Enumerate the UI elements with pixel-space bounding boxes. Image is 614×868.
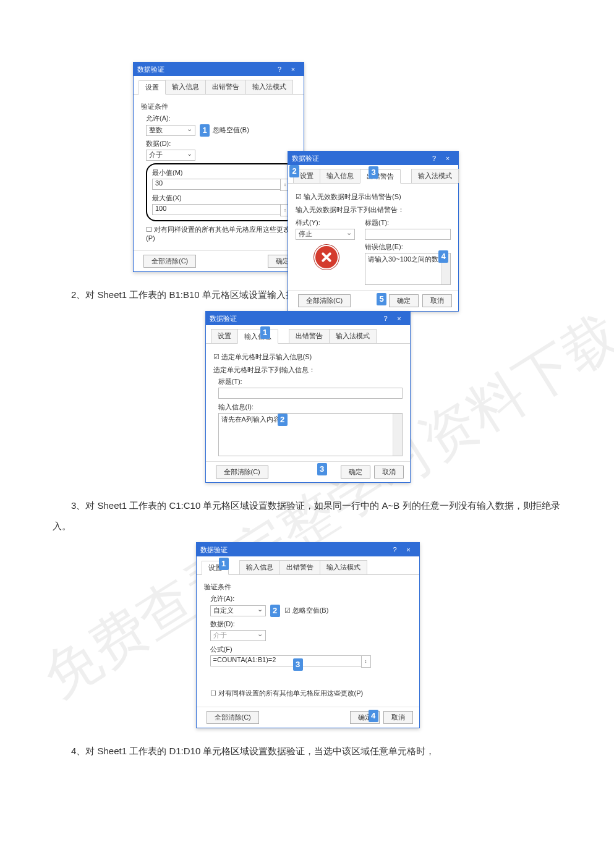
tab-input-msg[interactable]: 输入信息 (320, 169, 360, 183)
ok-button[interactable]: 确定 (341, 466, 370, 479)
allow-label: 允许(A): (210, 594, 412, 603)
dialog-title: 数据验证 (200, 545, 388, 555)
close-icon[interactable]: × (402, 546, 416, 553)
data-validation-dialog-custom: 数据验证 ? × 设置 1 输入信息 出错警告 输入法模式 验证条件 允许(A)… (196, 542, 420, 728)
minmax-group: 最小值(M) 30 ↕ 最大值(X) 100 ↕ (146, 163, 296, 221)
help-icon[interactable]: ? (379, 315, 393, 322)
show-input-checkbox[interactable]: ☑ 选定单元格时显示输入信息(S) (213, 352, 403, 362)
callout-4: 4 (438, 250, 448, 263)
tab-error-alert[interactable]: 出错警告 (289, 329, 330, 343)
error-msg-text: 请输入30~100之间的数据 (368, 255, 445, 263)
stop-icon (314, 245, 339, 270)
ignore-blank-label: 忽略空值(B) (213, 126, 249, 134)
data-select[interactable]: 介于 (146, 150, 195, 161)
cancel-button[interactable]: 取消 (374, 466, 404, 479)
formula-label: 公式(F) (210, 645, 412, 654)
input-msg-label: 输入信息(I): (218, 402, 403, 412)
callout-5: 5 (377, 293, 386, 305)
tab-settings[interactable]: 设置 (211, 329, 238, 343)
callout-3: 3 (317, 463, 327, 475)
tab-error-alert[interactable]: 出错警告 (360, 169, 401, 184)
min-input[interactable]: 30 (152, 179, 281, 190)
callout-1: 1 (260, 326, 270, 339)
callout-3: 3 (293, 658, 303, 671)
close-icon[interactable]: × (286, 66, 300, 73)
data-validation-dialog-settings: 数据验证 ? × 设置 输入信息 出错警告 输入法模式 验证条件 允许(A): … (133, 62, 304, 272)
help-icon[interactable]: ? (273, 66, 286, 73)
allow-label: 允许(A): (146, 114, 296, 123)
formula-input[interactable]: =COUNTA(A1:B1)=2 (210, 655, 362, 666)
show-alert-label: 输入无效数据时显示出错警告(S) (304, 193, 401, 200)
data-select: 介于 (210, 630, 266, 641)
callout-2: 2 (278, 414, 288, 426)
dialog-title: 数据验证 (137, 65, 273, 74)
error-title-input[interactable] (365, 229, 451, 240)
paragraph-4: 4、对 Sheet1 工作表的 D1:D10 单元格区域设置数据验证，当选中该区… (53, 741, 561, 761)
apply-same-checkbox[interactable]: ☐ 对有同样设置的所有其他单元格应用这些更改(P) (146, 225, 296, 242)
callout-2: 2 (270, 605, 280, 617)
cancel-button[interactable]: 取消 (422, 294, 452, 307)
error-msg-label: 错误信息(E): (365, 242, 451, 252)
help-icon[interactable]: ? (388, 546, 402, 553)
allow-select[interactable]: 整数 (146, 125, 195, 136)
tab-error-alert[interactable]: 出错警告 (205, 80, 246, 94)
ref-button[interactable]: ↕ (361, 655, 371, 668)
apply-same-checkbox[interactable]: ☐ 对有同样设置的所有其他单元格应用这些更改(P) (210, 689, 412, 698)
apply-same-label: 对有同样设置的所有其他单元格应用这些更改(P) (218, 689, 364, 697)
tab-ime[interactable]: 输入法模式 (411, 169, 459, 183)
section-label: 验证条件 (141, 102, 296, 111)
show-input-label: 选定单元格时显示输入信息(S) (221, 353, 312, 360)
data-label: 数据(D): (146, 139, 296, 148)
max-input[interactable]: 100 (152, 204, 281, 215)
close-icon[interactable]: × (441, 155, 454, 162)
clear-all-button[interactable]: 全部清除(C) (216, 466, 268, 479)
style-label: 样式(Y): (296, 218, 357, 228)
callout-1: 1 (200, 124, 210, 137)
error-title-label: 标题(T): (365, 218, 451, 228)
max-label: 最大值(X) (152, 194, 290, 203)
tab-input-msg[interactable]: 输入信息 (237, 330, 278, 344)
tab-settings[interactable]: 设置 (139, 80, 166, 95)
input-msg-text: 请先在A列输入内容 (221, 415, 280, 423)
help-icon[interactable]: ? (427, 155, 441, 162)
dialog-title: 数据验证 (210, 314, 379, 323)
allow-select[interactable]: 自定义 (210, 605, 266, 616)
data-validation-dialog-error: 数据验证 ? × 设置 输入信息 出错警告 3 输入法模式 ☑ 输入无效数据时显… (288, 151, 459, 312)
tab-ime[interactable]: 输入法模式 (320, 560, 367, 574)
section-label: 验证条件 (204, 582, 412, 592)
clear-all-button[interactable]: 全部清除(C) (143, 255, 196, 268)
tab-ime[interactable]: 输入法模式 (245, 80, 293, 94)
tab-input-msg[interactable]: 输入信息 (165, 80, 206, 94)
cancel-button[interactable]: 取消 (383, 711, 413, 724)
input-msg-textarea[interactable]: 请先在A列输入内容 (218, 413, 403, 456)
callout-3: 3 (369, 166, 378, 179)
close-icon[interactable]: × (393, 315, 406, 322)
tab-ime[interactable]: 输入法模式 (329, 329, 377, 343)
data-label: 数据(D): (210, 619, 412, 629)
input-title-label: 标题(T): (218, 377, 403, 386)
callout-4: 4 (369, 710, 378, 722)
ok-button[interactable]: 确定 (389, 294, 419, 307)
tab-error-alert[interactable]: 出错警告 (279, 560, 320, 574)
subtitle: 选定单元格时显示下列输入信息： (213, 365, 403, 375)
clear-all-button[interactable]: 全部清除(C) (298, 294, 351, 307)
apply-same-label: 对有同样设置的所有其他单元格应用这些更改(P) (146, 226, 290, 242)
tab-input-msg[interactable]: 输入信息 (239, 560, 280, 574)
input-title-input[interactable] (218, 388, 403, 399)
callout-2: 2 (289, 165, 299, 177)
subtitle: 输入无效数据时显示下列出错警告： (296, 205, 451, 215)
paragraph-3: 3、对 Sheet1 工作表的 C1:C10 单元格区域设置数据验证，如果同一行… (53, 495, 561, 536)
ignore-blank-label: 忽略空值(B) (292, 606, 329, 614)
callout-1: 1 (219, 558, 229, 570)
data-validation-dialog-inputmsg: 数据验证 ? × 设置 输入信息 1 出错警告 输入法模式 ☑ 选定单元格时显示… (205, 311, 411, 483)
dialog-title: 数据验证 (292, 154, 427, 163)
show-alert-checkbox[interactable]: ☑ 输入无效数据时显示出错警告(S) (296, 192, 451, 202)
min-label: 最小值(M) (152, 168, 290, 177)
style-select[interactable]: 停止 (296, 229, 355, 240)
clear-all-button[interactable]: 全部清除(C) (207, 711, 259, 724)
